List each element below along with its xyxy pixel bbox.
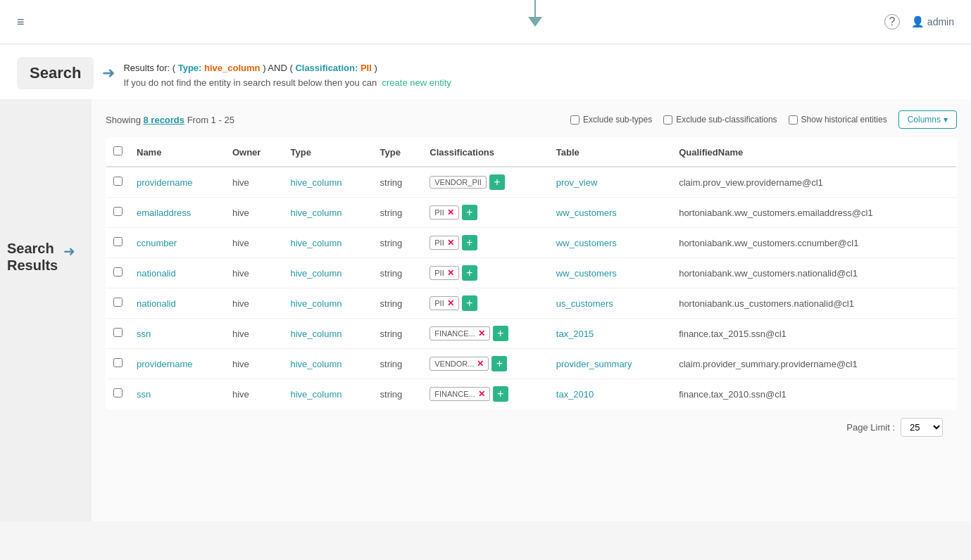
name-link[interactable]: emailaddress — [137, 208, 191, 218]
add-classification-button[interactable]: + — [462, 235, 477, 250]
table-link[interactable]: prov_view — [556, 177, 598, 188]
show-historical-option[interactable]: Show historical entities — [789, 115, 887, 125]
row-checkbox[interactable] — [113, 328, 123, 337]
exclude-subclassifications-checkbox[interactable] — [663, 115, 672, 125]
row-checkbox-cell — [106, 379, 130, 409]
remove-classification-icon[interactable]: ✕ — [478, 389, 485, 399]
type1-link[interactable]: hive_column — [291, 329, 342, 339]
table-link[interactable]: ww_customers — [556, 238, 617, 248]
table-link[interactable]: ww_customers — [556, 268, 617, 279]
type1-link[interactable]: hive_column — [291, 359, 342, 369]
table-row: providernamehivehive_columnstringVENDOR.… — [106, 349, 957, 379]
exclude-subclassifications-option[interactable]: Exclude sub-classifications — [663, 115, 777, 125]
row-qualified-name: hortoniabank.ww_customers.ccnumber@cl1 — [672, 228, 956, 258]
row-checkbox-cell — [106, 228, 130, 258]
row-classifications: FINANCE...✕+ — [422, 319, 549, 349]
name-link[interactable]: providername — [137, 359, 193, 369]
remove-classification-icon[interactable]: ✕ — [478, 329, 485, 338]
row-type2: string — [373, 349, 423, 379]
row-checkbox-cell — [106, 258, 130, 288]
table-link[interactable]: us_customers — [556, 298, 613, 309]
query-type-label: Type: — [178, 63, 202, 73]
row-type2: string — [373, 288, 423, 319]
add-classification-button[interactable]: + — [462, 265, 477, 281]
header-owner: Owner — [225, 138, 284, 167]
type1-link[interactable]: hive_column — [291, 208, 342, 218]
add-classification-button[interactable]: + — [489, 174, 505, 190]
classification-badge: FINANCE...✕ — [430, 326, 489, 341]
row-classifications: VENDOR_PII+ — [422, 167, 549, 198]
table-header-row: Name Owner Type Type Classifications Tab… — [106, 138, 957, 167]
row-checkbox[interactable] — [113, 207, 123, 216]
row-qualified-name: finance.tax_2015.ssn@cl1 — [672, 319, 956, 349]
remove-classification-icon[interactable]: ✕ — [447, 208, 454, 217]
add-classification-button[interactable]: + — [493, 326, 508, 341]
create-new-entity-link[interactable]: create new entity — [382, 77, 451, 88]
type1-link[interactable]: hive_column — [291, 298, 342, 309]
remove-classification-icon[interactable]: ✕ — [447, 268, 454, 278]
type1-link[interactable]: hive_column — [291, 177, 342, 188]
row-checkbox[interactable] — [113, 237, 123, 246]
show-historical-checkbox[interactable] — [789, 115, 798, 125]
name-link[interactable]: nationalid — [137, 268, 176, 279]
help-icon[interactable]: ? — [884, 14, 900, 30]
select-all-checkbox[interactable] — [113, 146, 123, 155]
add-classification-button[interactable]: + — [462, 295, 477, 311]
table-link[interactable]: provider_summary — [556, 359, 632, 369]
row-checkbox[interactable] — [113, 177, 123, 186]
query-class-value: PII — [361, 63, 372, 73]
row-qualified-name: claim.provider_summary.providername@cl1 — [672, 349, 956, 379]
search-label: Search — [17, 57, 94, 89]
name-link[interactable]: nationalid — [137, 298, 176, 309]
exclude-subtypes-checkbox[interactable] — [570, 115, 580, 125]
row-classifications: PII✕+ — [422, 198, 549, 228]
row-checkbox[interactable] — [113, 298, 123, 307]
row-table: tax_2015 — [549, 319, 672, 349]
columns-button[interactable]: Columns ▾ — [898, 110, 957, 129]
row-owner: hive — [225, 379, 284, 409]
exclude-subtypes-option[interactable]: Exclude sub-types — [570, 115, 652, 125]
row-table: ww_customers — [549, 228, 672, 258]
name-link[interactable]: providername — [137, 177, 193, 188]
table-link[interactable]: tax_2015 — [556, 329, 594, 339]
admin-menu[interactable]: 👤 admin — [911, 15, 954, 28]
row-table: ww_customers — [549, 198, 672, 228]
query-prefix: Results for: ( — [123, 63, 175, 73]
top-right: Exclusion Criteria ? 👤 admin — [873, 14, 954, 30]
remove-classification-icon[interactable]: ✕ — [477, 359, 484, 369]
columns-dropdown-icon: ▾ — [944, 115, 948, 125]
table-link[interactable]: ww_customers — [556, 208, 617, 218]
filter-options: Exclude sub-types Exclude sub-classifica… — [570, 110, 957, 129]
add-classification-button[interactable]: + — [491, 356, 507, 371]
row-checkbox[interactable] — [113, 267, 123, 276]
left-sidebar: SearchResults ➜ — [0, 99, 92, 521]
add-classification-button[interactable]: + — [462, 205, 477, 220]
type1-link[interactable]: hive_column — [291, 389, 342, 400]
table-row: nationalidhivehive_columnstringPII✕+ww_c… — [106, 258, 957, 288]
records-link[interactable]: 8 records — [144, 115, 185, 125]
table-link[interactable]: tax_2010 — [556, 389, 594, 400]
showing-prefix: Showing — [106, 115, 141, 125]
row-type1: hive_column — [284, 319, 373, 349]
row-checkbox[interactable] — [113, 388, 123, 397]
row-checkbox-cell — [106, 288, 130, 319]
table-row: emailaddresshivehive_columnstringPII✕+ww… — [106, 198, 957, 228]
hamburger-icon[interactable]: ≡ — [17, 15, 25, 30]
page-limit-select[interactable]: 10 25 50 100 — [901, 418, 943, 437]
name-link[interactable]: ccnumber — [137, 238, 177, 248]
type1-link[interactable]: hive_column — [291, 268, 342, 279]
type1-link[interactable]: hive_column — [291, 238, 342, 248]
row-checkbox[interactable] — [113, 358, 123, 367]
row-table: us_customers — [549, 288, 672, 319]
row-type1: hive_column — [284, 349, 373, 379]
classification-cell: FINANCE...✕+ — [430, 386, 542, 402]
row-name: ccnumber — [130, 228, 225, 258]
row-classifications: PII✕+ — [422, 228, 549, 258]
row-type2: string — [373, 198, 423, 228]
name-link[interactable]: ssn — [137, 389, 151, 400]
row-qualified-name: hortoniabank.ww_customers.nationalid@cl1 — [672, 258, 956, 288]
remove-classification-icon[interactable]: ✕ — [447, 238, 454, 248]
name-link[interactable]: ssn — [137, 329, 151, 339]
add-classification-button[interactable]: + — [493, 386, 508, 402]
remove-classification-icon[interactable]: ✕ — [447, 298, 454, 308]
